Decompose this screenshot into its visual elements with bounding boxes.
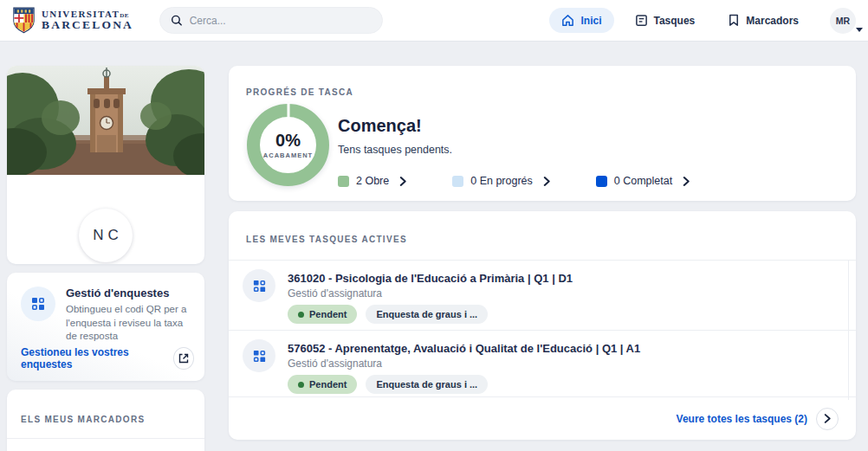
legend-label-open: 2 Obre (356, 175, 389, 187)
chevron-right-icon (543, 177, 551, 186)
progress-subtitle: Tens tasques pendents. (338, 144, 452, 156)
task-progress-card: PROGRÉS DE TASCA 0% ACABAMENT Comença! T… (229, 66, 856, 201)
task-row: 361020 - Psicologia de l'Educació a Prim… (229, 260, 856, 330)
global-search[interactable] (159, 7, 383, 34)
app-root: Universitatde Barcelona Inici (0, 0, 868, 451)
chevron-right-icon (683, 177, 690, 186)
qr-grid-icon (21, 287, 55, 321)
tasks-title: LES MEVES TASQUES ACTIVES (246, 235, 407, 244)
task-title[interactable]: 361020 - Psicologia de l'Educació a Prim… (288, 272, 573, 285)
task-due: Acaba el 31-01-2025 (848, 261, 868, 330)
task-tag-badge[interactable]: Enquesta de graus i ... (366, 305, 488, 324)
progress-title: PROGRÉS DE TASCA (246, 87, 353, 97)
home-icon (561, 14, 574, 27)
profile-card: NC NOM - COGNOM (7, 66, 204, 264)
ub-logo-text: Universitatde Barcelona (42, 10, 133, 31)
status-dot-icon (298, 312, 304, 318)
nav-label-inici: Inici (580, 15, 601, 27)
manage-surveys-link[interactable]: Gestioneu les vostres enquestes (21, 346, 166, 370)
tasks-footer: Veure totes les tasques (2) (229, 396, 856, 440)
active-tasks-card: LES MEVES TASQUES ACTIVES 361020 - Psico… (229, 211, 856, 440)
legend-swatch-open (338, 176, 349, 187)
nav-label-tasques: Tasques (654, 15, 696, 27)
avatar-initials: MR (836, 16, 850, 26)
nav-item-inici[interactable]: Inici (549, 8, 613, 33)
progress-legend: 2 Obre 0 En progrés 0 Completat (338, 175, 690, 187)
task-row: 576052 - Aprenentatge, Avaluació i Quali… (229, 330, 856, 400)
task-due: Acaba el 31-01-2025 (848, 331, 868, 400)
chevron-right-icon (399, 177, 407, 186)
logo-line2: Barcelona (42, 19, 133, 31)
profile-initials-avatar[interactable]: NC (79, 209, 133, 262)
status-label: Pendent (309, 379, 347, 390)
legend-swatch-completed (596, 176, 607, 187)
qr-grid-icon (243, 269, 275, 302)
bookmarks-card: ELS MEUS MARCADORS (7, 390, 204, 451)
logo-line1: Universitat (42, 9, 120, 19)
qr-grid-icon (243, 339, 275, 372)
progress-percent-caption: ACABAMENT (263, 151, 313, 159)
main-nav: Inici Tasques Marcadors (549, 8, 811, 33)
task-subtitle: Gestió d'assignatura (288, 287, 382, 300)
legend-item-completed[interactable]: 0 Completat (596, 175, 690, 187)
search-icon (171, 14, 183, 27)
tasks-icon (635, 14, 648, 27)
ub-crest-icon (12, 7, 36, 34)
legend-item-in-progress[interactable]: 0 En progrés (452, 175, 551, 187)
legend-label-in-progress: 0 En progrés (470, 175, 533, 187)
nav-label-marcadors: Marcadors (746, 15, 799, 27)
surveys-description: Obtingueu el codi QR per a l'enquesta i … (66, 303, 191, 344)
nav-item-tasques[interactable]: Tasques (623, 8, 708, 33)
legend-item-open[interactable]: 2 Obre (338, 175, 407, 187)
status-badge: Pendent (288, 375, 357, 394)
search-input[interactable] (190, 15, 372, 27)
status-dot-icon (298, 382, 304, 388)
bookmarks-title: ELS MEUS MARCADORS (21, 415, 145, 424)
legend-label-completed: 0 Completat (614, 175, 672, 187)
surveys-title: Gestió d'enquestes (66, 287, 191, 300)
task-subtitle: Gestió d'assignatura (288, 358, 382, 370)
progress-donut-chart: 0% ACABAMENT (247, 104, 329, 186)
top-header: Universitatde Barcelona Inici (0, 0, 868, 42)
progress-headline: Comença! (338, 116, 422, 136)
profile-cover-photo (7, 66, 204, 175)
ub-logo[interactable]: Universitatde Barcelona (12, 7, 133, 34)
progress-percent: 0% (275, 131, 301, 151)
chevron-right-icon[interactable] (816, 408, 839, 430)
surveys-card: Gestió d'enquestes Obtingueu el codi QR … (7, 273, 204, 381)
status-badge: Pendent (288, 305, 357, 324)
view-all-tasks-link[interactable]: Veure totes les tasques (2) (677, 413, 807, 425)
profile-initials: NC (93, 227, 123, 244)
task-title[interactable]: 576052 - Aprenentatge, Avaluació i Quali… (288, 342, 640, 355)
bookmark-icon (728, 14, 740, 27)
chevron-down-icon (856, 28, 863, 32)
nav-item-marcadors[interactable]: Marcadors (716, 8, 811, 33)
user-avatar[interactable]: MR (830, 8, 856, 34)
task-tag-badge[interactable]: Enquesta de graus i ... (366, 375, 488, 394)
external-link-icon[interactable] (173, 347, 194, 370)
legend-swatch-in-progress (452, 176, 463, 187)
status-label: Pendent (309, 309, 347, 319)
